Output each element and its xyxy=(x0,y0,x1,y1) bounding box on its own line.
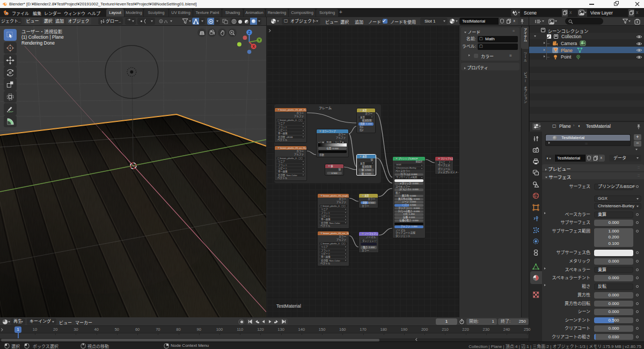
svg-text:X: X xyxy=(252,45,255,48)
svg-text:Z: Z xyxy=(248,31,251,34)
svg-text:Y: Y xyxy=(258,39,261,42)
